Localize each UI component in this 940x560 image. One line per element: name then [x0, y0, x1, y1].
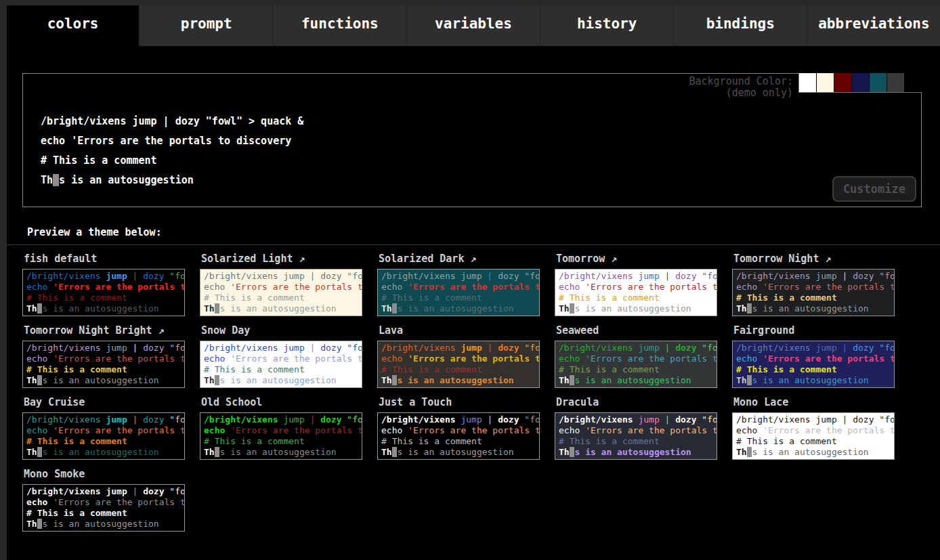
- theme-preview-box[interactable]: /bright/vixens jump | dozy "fowl" > quac…: [732, 269, 895, 316]
- tab-abbreviations[interactable]: abbreviations: [808, 5, 940, 46]
- background-color-swatches: [798, 73, 922, 93]
- terminal-line: # This is a comment: [26, 293, 181, 303]
- customize-button[interactable]: Customize: [832, 176, 916, 202]
- theme-preview-box[interactable]: /bright/vixens jump | dozy "fowl" > quac…: [22, 484, 185, 532]
- theme-preview-box[interactable]: /bright/vixens jump | dozy "fowl" > quac…: [555, 412, 717, 460]
- terminal-line: # This is a comment: [26, 508, 181, 519]
- terminal-line: /bright/vixens jump | dozy "fowl" > quac…: [26, 486, 181, 497]
- theme-title: Mono Smoke: [24, 468, 185, 481]
- bg-swatch[interactable]: [905, 73, 922, 92]
- terminal-line: echo 'Errors are the portals to discover…: [41, 131, 921, 151]
- theme-preview-box[interactable]: /bright/vixens jump | dozy "fowl" > quac…: [732, 341, 895, 388]
- terminal-line: echo 'Errors are the portals to discover…: [736, 425, 891, 436]
- theme-card[interactable]: Solarized Light ↗/bright/vixens jump | d…: [200, 253, 362, 316]
- theme-preview-box[interactable]: /bright/vixens jump | dozy "fowl" > quac…: [22, 412, 185, 460]
- theme-preview-box[interactable]: /bright/vixens jump | dozy "fowl" > quac…: [732, 412, 895, 460]
- bg-swatch[interactable]: [817, 73, 834, 92]
- theme-card[interactable]: Lava/bright/vixens jump | dozy "fowl" > …: [377, 324, 540, 388]
- terminal-line: This is an autosuggestion: [559, 375, 713, 386]
- theme-card[interactable]: Mono Lace/bright/vixens jump | dozy "fow…: [732, 396, 895, 460]
- theme-card[interactable]: Dracula/bright/vixens jump | dozy "fowl"…: [555, 396, 717, 460]
- theme-card[interactable]: Tomorrow Night Bright ↗/bright/vixens ju…: [22, 324, 185, 388]
- terminal-line: This is an autosuggestion: [736, 447, 891, 458]
- terminal-line: /bright/vixens jump | dozy "fowl" > quac…: [736, 343, 891, 353]
- theme-card[interactable]: Snow Day/bright/vixens jump | dozy "fowl…: [200, 324, 362, 388]
- terminal-line: /bright/vixens jump | dozy "fowl" > quac…: [559, 343, 713, 353]
- theme-title: fish default: [24, 253, 185, 265]
- theme-title: Seaweed: [556, 324, 717, 337]
- tab-variables[interactable]: variables: [407, 5, 539, 46]
- terminal-line: echo 'Errors are the portals to discover…: [26, 497, 181, 508]
- theme-title: Old School: [201, 396, 362, 409]
- terminal-line: This is an autosuggestion: [26, 303, 181, 314]
- tab-prompt[interactable]: prompt: [140, 5, 272, 46]
- terminal-line: /bright/vixens jump | dozy "fowl" > quac…: [204, 343, 358, 353]
- bg-swatch[interactable]: [834, 73, 851, 92]
- terminal-line: This is an autosuggestion: [381, 447, 536, 458]
- theme-preview-box[interactable]: /bright/vixens jump | dozy "fowl" > quac…: [22, 341, 185, 388]
- theme-preview-box[interactable]: /bright/vixens jump | dozy "fowl" > quac…: [200, 412, 362, 460]
- terminal-line: This is an autosuggestion: [204, 303, 358, 314]
- bg-swatch[interactable]: [887, 73, 904, 92]
- bg-swatch[interactable]: [799, 73, 816, 92]
- terminal-line: This is an autosuggestion: [559, 447, 713, 458]
- terminal-line: # This is a comment: [559, 436, 713, 447]
- theme-title: Snow Day: [201, 324, 362, 337]
- theme-preview-box[interactable]: /bright/vixens jump | dozy "fowl" > quac…: [377, 269, 540, 316]
- tab-functions[interactable]: functions: [274, 5, 406, 46]
- terminal-line: # This is a comment: [736, 436, 891, 447]
- theme-preview-box[interactable]: /bright/vixens jump | dozy "fowl" > quac…: [555, 269, 717, 316]
- terminal-line: # This is a comment: [381, 293, 536, 303]
- terminal-line: # This is a comment: [381, 436, 536, 447]
- theme-card[interactable]: fish default/bright/vixens jump | dozy "…: [22, 253, 185, 316]
- tab-history[interactable]: history: [541, 5, 673, 46]
- terminal-line: # This is a comment: [26, 436, 181, 447]
- terminal-line: # This is a comment: [204, 364, 358, 375]
- terminal-line: This is an autosuggestion: [26, 519, 181, 530]
- theme-title: Solarized Dark ↗: [379, 253, 540, 265]
- terminal-line: /bright/vixens jump | dozy "fowl" > quac…: [559, 271, 713, 282]
- theme-card[interactable]: Bay Cruise/bright/vixens jump | dozy "fo…: [22, 396, 185, 460]
- terminal-line: echo 'Errors are the portals to discover…: [26, 425, 181, 436]
- theme-card[interactable]: Just a Touch/bright/vixens jump | dozy "…: [377, 396, 540, 460]
- color-demo-terminal: Background Color: (demo only) /bright/vi…: [22, 73, 922, 207]
- terminal-line: # This is a comment: [204, 293, 358, 303]
- theme-grid: fish default/bright/vixens jump | dozy "…: [7, 245, 940, 532]
- theme-card[interactable]: Fairground/bright/vixens jump | dozy "fo…: [732, 324, 895, 388]
- terminal-line: echo 'Errors are the portals to discover…: [736, 282, 891, 293]
- bg-swatch[interactable]: [870, 73, 886, 92]
- terminal-line: This is an autosuggestion: [736, 375, 891, 386]
- theme-title: Tomorrow Night Bright ↗: [24, 324, 185, 337]
- terminal-line: # This is a comment: [41, 151, 921, 171]
- tab-colors[interactable]: colors: [7, 5, 139, 46]
- theme-preview-box[interactable]: /bright/vixens jump | dozy "fowl" > quac…: [555, 341, 717, 388]
- tab-bindings[interactable]: bindings: [675, 5, 807, 46]
- theme-title: Just a Touch: [379, 396, 540, 409]
- theme-card[interactable]: Solarized Dark ↗/bright/vixens jump | do…: [377, 253, 540, 316]
- theme-card[interactable]: Tomorrow ↗/bright/vixens jump | dozy "fo…: [555, 253, 717, 316]
- terminal-line: /bright/vixens jump | dozy "fowl" > quac…: [381, 414, 536, 425]
- terminal-line: # This is a comment: [559, 293, 713, 303]
- theme-card[interactable]: Tomorrow Night ↗/bright/vixens jump | do…: [732, 253, 895, 316]
- terminal-line: /bright/vixens jump | dozy "fowl" > quac…: [736, 271, 891, 282]
- terminal-line: echo 'Errors are the portals to discover…: [559, 282, 713, 293]
- theme-card[interactable]: Seaweed/bright/vixens jump | dozy "fowl"…: [555, 324, 717, 388]
- terminal-line: echo 'Errors are the portals to discover…: [204, 353, 358, 364]
- bg-swatch[interactable]: [852, 73, 869, 92]
- terminal-line: # This is a comment: [736, 364, 891, 375]
- terminal-line: # This is a comment: [736, 293, 891, 303]
- theme-preview-box[interactable]: /bright/vixens jump | dozy "fowl" > quac…: [377, 412, 540, 460]
- theme-card[interactable]: Mono Smoke/bright/vixens jump | dozy "fo…: [22, 468, 185, 532]
- theme-preview-box[interactable]: /bright/vixens jump | dozy "fowl" > quac…: [200, 269, 362, 316]
- background-color-label: Background Color: (demo only): [689, 73, 798, 99]
- terminal-line: # This is a comment: [204, 436, 358, 447]
- terminal-line: /bright/vixens jump | dozy "fowl" > quac…: [559, 414, 713, 425]
- terminal-line: /bright/vixens jump | dozy "fowl" > quac…: [381, 343, 536, 353]
- theme-preview-box[interactable]: /bright/vixens jump | dozy "fowl" > quac…: [22, 269, 185, 316]
- theme-title: Mono Lace: [733, 396, 895, 409]
- theme-preview-box[interactable]: /bright/vixens jump | dozy "fowl" > quac…: [377, 341, 540, 388]
- background-color-picker: Background Color: (demo only): [689, 73, 922, 99]
- theme-title: Solarized Light ↗: [201, 253, 362, 265]
- theme-preview-box[interactable]: /bright/vixens jump | dozy "fowl" > quac…: [200, 341, 362, 388]
- theme-card[interactable]: Old School/bright/vixens jump | dozy "fo…: [200, 396, 362, 460]
